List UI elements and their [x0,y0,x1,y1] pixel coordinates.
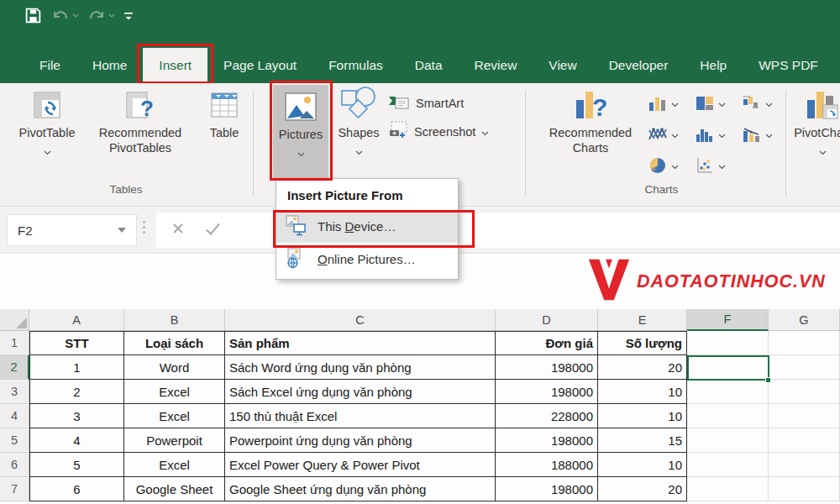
name-box[interactable]: F2 [7,214,137,246]
tab-help[interactable]: Help [684,48,743,83]
cell-B1[interactable]: Loại sách [124,331,225,355]
cell-A4[interactable]: 3 [29,404,124,428]
recommended-charts-button[interactable]: ? Recommended Charts [536,85,645,155]
cell-A7[interactable]: 6 [29,477,124,501]
fill-handle[interactable] [765,377,771,383]
cell-B5[interactable]: Powerpoit [124,428,225,453]
select-all-button[interactable] [0,309,29,331]
cell-C6[interactable]: Excel Power Query & Power Pivot [225,453,496,477]
cell-A1[interactable]: STT [29,331,124,355]
name-box-dropdown-icon[interactable] [118,228,126,233]
cell-C7[interactable]: Google Sheet ứng dụng văn phòng [225,477,496,501]
row-header-1[interactable]: 1 [0,331,29,355]
formula-bar-grip[interactable] [143,221,145,234]
tab-page-layout[interactable]: Page Layout [207,48,312,83]
cell-B6[interactable]: Excel [124,453,225,477]
save-icon[interactable] [24,6,43,25]
cell-G2[interactable] [769,355,840,380]
undo-button[interactable] [51,8,79,23]
cancel-icon[interactable] [171,222,185,239]
screenshot-button[interactable]: Screenshot [388,121,489,142]
cell-F5[interactable] [687,428,769,453]
cell-C5[interactable]: Powerpoint ứng dụng văn phòng [225,428,496,453]
cell-F1[interactable] [687,331,769,355]
cell-G4[interactable] [769,404,840,428]
cell-A6[interactable]: 5 [29,453,124,477]
row-header-4[interactable]: 4 [0,404,29,428]
waterfall-chart-button[interactable] [743,89,790,120]
formula-input[interactable] [156,213,840,248]
line-chart-button[interactable] [648,120,696,151]
customize-quick-access-icon[interactable] [123,11,134,21]
tab-review[interactable]: Review [459,48,533,83]
tab-home[interactable]: Home [76,48,143,83]
cell-C1[interactable]: Sản phẩm [225,331,496,355]
tab-file[interactable]: File [24,48,76,83]
tab-data[interactable]: Data [399,48,459,83]
cell-F3[interactable] [687,380,769,404]
cell-B4[interactable]: Excel [124,404,225,428]
row-header-5[interactable]: 5 [0,428,29,453]
cell-D3[interactable]: 198000 [496,380,598,404]
redo-button[interactable] [87,8,115,23]
cell-D5[interactable]: 198000 [496,428,598,453]
menu-item-online-pictures[interactable]: Online Pictures… [276,243,458,276]
column-header-c[interactable]: C [225,309,496,331]
cell-E4[interactable]: 10 [598,404,687,428]
column-header-a[interactable]: A [29,309,124,331]
cell-C3[interactable]: Sách Excel ứng dụng văn phòng [225,380,496,404]
tab-insert[interactable]: Insert [143,48,207,83]
statistic-chart-button[interactable] [696,120,743,151]
cell-A3[interactable]: 2 [29,380,124,404]
tab-wps-pdf[interactable]: WPS PDF [743,48,834,83]
cell-D2[interactable]: 198000 [496,355,598,380]
menu-item-this-device[interactable]: This Device… [276,210,458,243]
column-header-g[interactable]: G [769,309,840,331]
column-header-d[interactable]: D [496,309,598,331]
tab-view[interactable]: View [533,48,592,83]
cell-F4[interactable] [687,404,769,428]
cell-E3[interactable]: 10 [598,380,687,404]
enter-icon[interactable] [205,223,221,239]
row-header-6[interactable]: 6 [0,453,29,477]
column-header-e[interactable]: E [598,309,687,331]
cell-B2[interactable]: Word [124,355,225,380]
column-header-b[interactable]: B [124,309,225,331]
column-header-f[interactable]: F [687,309,769,331]
row-header-3[interactable]: 3 [0,380,29,404]
cell-D4[interactable]: 228000 [496,404,598,428]
cell-G3[interactable] [769,380,840,404]
cell-D7[interactable]: 198000 [496,477,598,501]
pie-chart-button[interactable] [648,151,696,182]
cell-E2[interactable]: 20 [598,355,687,380]
combo-chart-button[interactable] [743,120,790,151]
cell-D1[interactable]: Đơn giá [496,331,598,355]
scatter-chart-button[interactable] [696,151,743,182]
table-button[interactable]: Table [198,85,250,140]
cell-E1[interactable]: Số lượng [598,331,687,355]
tab-developer[interactable]: Developer [593,48,685,83]
recommended-pivottables-button[interactable]: ? Recommended PivotTables [84,85,197,155]
row-header-2[interactable]: 2 [0,355,29,380]
cell-B3[interactable]: Excel [124,380,225,404]
cell-C2[interactable]: Sách Word ứng dụng văn phòng [225,355,496,380]
cell-F2[interactable] [687,355,769,380]
cell-B7[interactable]: Google Sheet [124,477,225,501]
shapes-button[interactable]: Shapes [333,85,385,159]
cell-G5[interactable] [769,428,840,453]
pivotchart-button[interactable]: PivotChart [790,85,840,159]
pictures-button[interactable]: Pictures [273,85,328,179]
cell-G7[interactable] [769,477,840,501]
cell-C4[interactable]: 150 thủ thuật Excel [225,404,496,428]
cell-E5[interactable]: 15 [598,428,687,453]
cell-E7[interactable]: 20 [598,477,687,501]
cell-A2[interactable]: 1 [29,355,124,380]
tab-formulas[interactable]: Formulas [312,48,399,83]
pivottable-button[interactable]: PivotTable [10,85,84,159]
cell-D6[interactable]: 188000 [496,453,598,477]
cell-E6[interactable]: 10 [598,453,687,477]
cell-G1[interactable] [769,331,840,355]
hierarchy-chart-button[interactable] [696,89,743,120]
cell-F6[interactable] [687,453,769,477]
cell-G6[interactable] [769,453,840,477]
